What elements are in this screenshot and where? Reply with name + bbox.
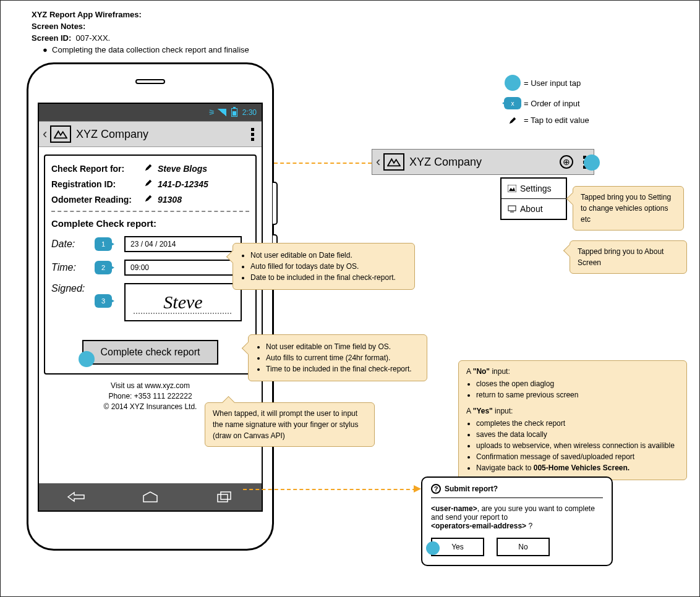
- callout-yesno: A "No" input: closes the open diaglog re…: [458, 360, 687, 480]
- order-tag-2: 2: [95, 261, 112, 274]
- dialog-body: <user-name>, are you sure you want to co…: [431, 504, 603, 530]
- tap-indicator-icon: [79, 351, 95, 367]
- legend-tap-label: = User input tap: [524, 78, 581, 88]
- legend-tap-icon: [505, 75, 521, 91]
- svg-rect-3: [508, 206, 516, 211]
- footer-visit: Visit us at www.xyz.com: [44, 381, 257, 391]
- overflow-menu: Settings About: [500, 177, 567, 220]
- odometer-value: 91308: [158, 195, 182, 205]
- signature-input[interactable]: Steve: [124, 283, 242, 321]
- logo-icon[interactable]: [50, 125, 71, 143]
- legend: = User input tap x = Order of input = Ta…: [502, 75, 589, 131]
- legend-order-icon: x: [504, 97, 521, 109]
- svg-rect-1: [221, 492, 231, 499]
- report-panel: Check Report for: Steve Blogs Registrati…: [44, 155, 257, 375]
- submit-dialog: ? Submit report? <user-name>, are you su…: [421, 476, 613, 566]
- pencil-icon[interactable]: [144, 179, 153, 189]
- status-bar: ⚞ 2:30: [39, 104, 262, 121]
- globe-icon[interactable]: ⊕: [560, 155, 573, 169]
- svg-rect-2: [508, 185, 516, 192]
- battery-icon: [231, 108, 237, 117]
- date-input[interactable]: [124, 236, 242, 252]
- report-for-label: Check Report for:: [51, 164, 144, 174]
- screen-id-label: Screen ID:: [32, 33, 71, 43]
- wireframe-notes: XYZ Report App Wireframes: Screen Notes:…: [32, 9, 249, 56]
- pencil-icon[interactable]: [144, 163, 153, 174]
- nav-back-icon[interactable]: [64, 490, 88, 504]
- notes-subtitle: Screen Notes:: [32, 21, 249, 33]
- menu-item-settings[interactable]: Settings: [502, 179, 566, 199]
- callout-date: Not user editable on Date field. Auto fi…: [233, 243, 415, 290]
- no-lead: A "No" input:: [466, 366, 679, 377]
- tap-indicator-icon: [584, 155, 600, 171]
- screen-id-value: 007-XXX.: [76, 33, 111, 43]
- yes-lead: A "Yes" input:: [466, 405, 679, 417]
- question-icon: ?: [431, 484, 441, 494]
- dialog-yes-button[interactable]: Yes: [431, 538, 484, 556]
- registration-value: 141-D-12345: [158, 179, 208, 189]
- nav-home-icon[interactable]: [138, 490, 163, 504]
- overflow-menu-icon[interactable]: [249, 128, 256, 141]
- complete-report-button[interactable]: Complete check report: [82, 340, 218, 365]
- legend-edit-icon: [502, 116, 524, 125]
- phone-frame: ⚞ 2:30 ‹ XYZ Company Check Report for:: [27, 62, 274, 551]
- app-bar: ‹ XYZ Company: [39, 121, 262, 147]
- signal-icon: [218, 109, 226, 116]
- notes-title: XYZ Report App Wireframes:: [32, 9, 249, 21]
- order-tag-3: 3: [95, 294, 112, 308]
- order-tag-1: 1: [95, 237, 112, 251]
- android-nav-bar: [39, 483, 262, 510]
- app-title: XYZ Company: [409, 156, 560, 169]
- signed-label: Signed:: [51, 283, 95, 294]
- registration-label: Registration ID:: [51, 179, 144, 189]
- dialog-title: Submit report?: [445, 485, 498, 493]
- complete-subtitle: Complete Check report:: [51, 218, 249, 229]
- report-for-value: Steve Blogs: [158, 164, 207, 174]
- back-chevron-icon[interactable]: ‹: [43, 126, 50, 142]
- monitor-icon: [508, 205, 516, 213]
- time-label: Time:: [51, 262, 95, 273]
- menu-item-about[interactable]: About: [502, 199, 566, 219]
- back-chevron-icon[interactable]: ‹: [376, 154, 383, 170]
- wifi-icon: ⚞: [208, 108, 215, 117]
- odometer-label: Odometer Reading:: [51, 195, 144, 205]
- dialog-no-button[interactable]: No: [497, 538, 550, 556]
- callout-time: Not user editable on Time field by OS. A…: [248, 334, 427, 381]
- image-icon: [508, 185, 516, 192]
- callout-signature: When tapped, it will prompt the user to …: [205, 402, 375, 447]
- status-time: 2:30: [242, 108, 257, 117]
- callout-about: Tapped bring you to About Screen: [570, 240, 687, 274]
- logo-icon[interactable]: [383, 153, 404, 171]
- notes-bullet: ● Completing the data collection check r…: [43, 44, 249, 56]
- callout-settings: Tapped bring you to Setting to change ve…: [573, 186, 684, 231]
- tap-indicator-icon: [426, 541, 440, 555]
- pencil-icon[interactable]: [144, 194, 153, 205]
- time-input[interactable]: [124, 260, 242, 276]
- nav-recent-icon[interactable]: [212, 490, 237, 504]
- svg-rect-0: [218, 494, 228, 502]
- legend-order-label: = Order of input: [524, 99, 580, 108]
- date-label: Date:: [51, 239, 95, 250]
- app-title: XYZ Company: [76, 128, 249, 141]
- legend-edit-label: = Tap to edit value: [524, 116, 589, 125]
- secondary-app-bar: ‹ XYZ Company ⊕: [372, 149, 594, 175]
